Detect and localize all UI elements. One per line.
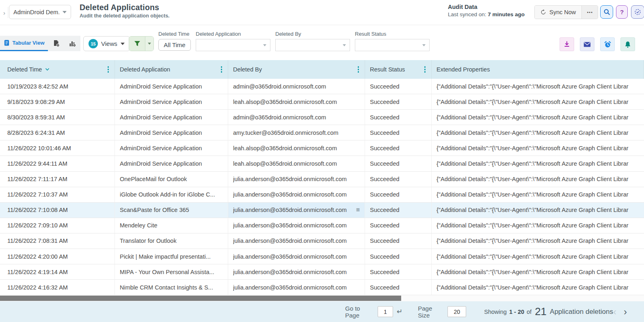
cell-deleted-by: leah.alsop@o365droid.onmicrosoft.com: [228, 140, 365, 156]
bar-chart-gear-icon: [69, 40, 76, 47]
table-row[interactable]: 11/26/2022 9:44:11 AMAdminDroid Service …: [0, 156, 644, 171]
refresh-icon: [540, 9, 546, 15]
cell-deleted-by: admin@o365droid.onmicrosoft.com: [228, 110, 365, 125]
chevron-down-icon: [422, 44, 426, 46]
cell-result-status: Succeeded: [365, 187, 432, 202]
table-row[interactable]: 8/30/2023 8:59:31 AMAdminDroid Service A…: [0, 110, 644, 125]
cell-extended-properties: {"Additional Details":"{\"User-Agent\":\…: [432, 249, 644, 264]
table-row[interactable]: 11/26/2022 4:20:00 AMPickit | Make impac…: [0, 249, 644, 264]
cell-extended-properties: {"Additional Details":"{\"User-Agent\":\…: [432, 79, 644, 94]
notification-bell-button[interactable]: [620, 37, 635, 51]
help-button[interactable]: ?: [616, 5, 628, 19]
cell-deleted-application: AdminDroid Service Application: [115, 125, 228, 140]
table-row[interactable]: 11/26/2022 7:10:37 AMiGlobe Outlook Add-…: [0, 187, 644, 203]
horizontal-scrollbar-track[interactable]: [0, 295, 644, 301]
cell-result-status: Succeeded: [365, 110, 432, 125]
filter-button[interactable]: [129, 37, 145, 51]
deleted-time-filter-input[interactable]: All Time: [158, 39, 191, 51]
column-header-deleted-application[interactable]: Deleted Application: [115, 60, 228, 79]
previous-page-button[interactable]: ‹: [613, 307, 616, 317]
cell-extended-properties: {"Additional Details":"{\"User-Agent\":\…: [432, 140, 644, 156]
tab-chart-view[interactable]: [64, 36, 80, 51]
funnel-icon: [134, 41, 140, 47]
expand-nav-chevron-icon[interactable]: ›: [1, 7, 8, 18]
deleted-time-filter-label: Deleted Time: [158, 31, 190, 37]
last-synced-value: 7 minutes ago: [488, 11, 525, 17]
horizontal-scrollbar-thumb[interactable]: [0, 296, 401, 301]
cell-deleted-application: MIPA - Your Own Personal Assista...: [115, 264, 228, 279]
page-size-input[interactable]: [447, 306, 466, 317]
schedule-alert-button[interactable]: [600, 37, 615, 51]
cell-deleted-by: julia.anderson@o365droid.onmicrosoft.com: [228, 218, 365, 233]
cell-result-status: Succeeded: [365, 172, 432, 187]
showing-suffix: Application deletions: [550, 308, 613, 316]
views-label: Views: [101, 40, 117, 47]
row-context-menu-icon[interactable]: ≡: [356, 206, 360, 214]
tab-report-export[interactable]: [48, 36, 64, 51]
audit-data-status: Audit Data Last synced on: 7 minutes ago: [448, 4, 525, 17]
column-menu-icon[interactable]: [423, 65, 428, 74]
views-dropdown-button[interactable]: 15 Views: [83, 36, 130, 51]
scheduler-button[interactable]: [631, 5, 644, 19]
next-page-button[interactable]: ›: [624, 307, 627, 317]
table-row[interactable]: 8/28/2023 6:24:31 AMAdminDroid Service A…: [0, 125, 644, 140]
filter-split-button: [129, 36, 154, 51]
column-header-deleted-time[interactable]: Deleted Time: [0, 60, 115, 79]
table-row[interactable]: 11/26/2022 10:01:46 AMAdminDroid Service…: [0, 140, 644, 156]
filter-options-caret[interactable]: [145, 37, 153, 51]
more-options-button[interactable]: •••: [581, 6, 598, 19]
cell-deleted-application: AdminDroid Service Application: [115, 110, 228, 125]
cell-result-status: Succeeded: [365, 94, 432, 109]
deleted-by-filter-select[interactable]: [275, 39, 350, 51]
table-row[interactable]: 11/26/2022 7:09:10 AMMendeley Citejulia.…: [0, 218, 644, 233]
result-status-filter-select[interactable]: [355, 39, 430, 51]
table-row[interactable]: 11/26/2022 4:16:32 AMNimble CRM Contact …: [0, 280, 644, 295]
dashed-circle-check-icon: [634, 9, 641, 15]
showing-range: 1 - 20: [509, 309, 524, 315]
cell-deleted-time: 11/26/2022 4:19:14 AM: [0, 264, 115, 279]
table-row[interactable]: 11/26/2022 4:19:14 AMMIPA - Your Own Per…: [0, 264, 644, 280]
cell-extended-properties: {"Additional Details":"{\"User-Agent\":\…: [432, 264, 644, 279]
column-header-result-status[interactable]: Result Status: [365, 60, 432, 79]
cell-result-status: Succeeded: [365, 280, 432, 295]
export-download-button[interactable]: [560, 37, 574, 51]
chevron-down-icon: [121, 43, 125, 45]
cell-deleted-by: julia.anderson@o365droid.onmicrosoft.com: [228, 280, 365, 295]
cell-extended-properties: {"Additional Details":"{\"User-Agent\":\…: [432, 172, 644, 187]
cell-deleted-application: AdminDroid Service Application: [115, 140, 228, 156]
pagination-footer: Go to Page ↵ Page Size Showing 1 - 20 of…: [0, 301, 644, 322]
page-title: Deleted Applications: [80, 3, 170, 12]
column-header-extended-properties[interactable]: Extended Properties: [432, 60, 644, 79]
cell-result-status: Succeeded: [365, 218, 432, 233]
column-menu-icon[interactable]: [219, 65, 224, 74]
tab-tabular-view[interactable]: Tabular View: [0, 36, 48, 51]
tenant-selector-dropdown[interactable]: AdminDroid Dem...: [9, 5, 71, 19]
page-size-label: Page Size: [418, 305, 443, 319]
go-to-page-input[interactable]: [378, 306, 393, 317]
cell-result-status: Succeeded: [365, 249, 432, 264]
table-header-row: Deleted Time Deleted Application Deleted…: [0, 60, 644, 79]
go-to-page-enter-icon[interactable]: ↵: [397, 307, 402, 316]
table-row[interactable]: 10/19/2023 8:42:52 AMAdminDroid Service …: [0, 79, 644, 94]
search-button[interactable]: [600, 5, 613, 19]
sync-now-button[interactable]: Sync Now: [535, 6, 581, 19]
table-body: 10/19/2023 8:42:52 AMAdminDroid Service …: [0, 79, 644, 295]
chevron-down-icon: [148, 43, 151, 45]
column-menu-icon[interactable]: [106, 65, 111, 74]
chevron-down-icon: [343, 44, 346, 46]
toolbar: Tabular View 15 Views Deleted Time All T…: [0, 25, 644, 60]
result-status-filter-label: Result Status: [355, 31, 386, 37]
column-menu-icon[interactable]: [356, 65, 361, 74]
column-header-deleted-by[interactable]: Deleted By: [228, 60, 365, 79]
deleted-application-filter-select[interactable]: [196, 39, 270, 51]
showing-summary: Showing 1 - 20 of 21 Application deletio…: [484, 305, 613, 318]
cell-deleted-application: iGlobe Outlook Add-in for iGlobe C...: [115, 187, 228, 202]
envelope-icon: [583, 41, 591, 48]
table-row[interactable]: 11/26/2022 7:08:31 AMTranslator for Outl…: [0, 233, 644, 249]
table-row[interactable]: 11/26/2022 7:11:17 AMOnePlaceMail for Ou…: [0, 172, 644, 187]
cell-deleted-application: OnePlaceMail for Outlook: [115, 172, 228, 187]
table-row[interactable]: 11/26/2022 7:10:08 AMScan&Paste for Offi…: [0, 203, 644, 218]
table-row[interactable]: 9/18/2023 9:08:29 AMAdminDroid Service A…: [0, 94, 644, 110]
cell-result-status: Succeeded: [365, 203, 432, 218]
email-report-button[interactable]: [580, 37, 594, 51]
